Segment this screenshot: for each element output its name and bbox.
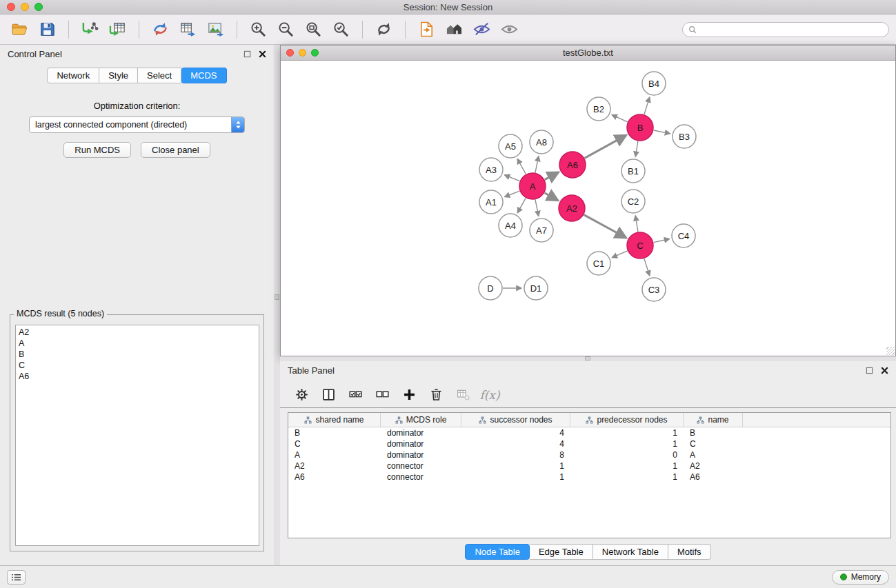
task-history-button[interactable] [7,570,26,585]
table-cell[interactable]: 4 [461,438,570,449]
edge-A-A6[interactable] [545,172,559,180]
float-panel-icon[interactable] [866,367,873,374]
close-network-window-button[interactable] [286,49,294,57]
open-session-button[interactable] [7,18,32,41]
node-B[interactable]: B [627,114,653,141]
search-field[interactable] [682,22,889,37]
table-row-b[interactable]: Bdominator41B [288,427,890,438]
save-session-button[interactable] [34,18,60,41]
edge-A2-C[interactable] [584,215,626,238]
float-panel-icon[interactable] [243,50,251,58]
node-A5[interactable]: A5 [499,134,522,158]
edge-A-A4[interactable] [517,198,526,212]
node-C1[interactable]: C1 [587,252,610,275]
table-cell[interactable]: C [684,438,743,449]
table-cell[interactable]: 1 [461,472,570,483]
table-settings-button[interactable] [291,385,312,405]
show-panels-button[interactable] [497,18,522,41]
add-column-button[interactable] [399,385,419,405]
table-cell[interactable]: A6 [288,472,381,483]
table-cell[interactable]: connector [381,472,461,483]
table-cell[interactable]: dominator [381,438,461,449]
mcds-result-item-a6[interactable]: A6 [19,371,256,382]
table-cell[interactable]: B [288,427,381,438]
export-network-button[interactable] [148,18,173,41]
table-cell[interactable]: 1 [570,438,684,449]
import-table-button[interactable] [105,18,130,41]
window-resize-grip[interactable] [886,347,895,355]
table-cell[interactable]: A2 [288,460,381,472]
node-B4[interactable]: B4 [642,72,666,95]
search-input[interactable] [700,25,883,34]
table-cell[interactable]: B [684,427,743,438]
edge-C-C2[interactable] [635,216,638,232]
tab-network[interactable]: Network [47,68,99,83]
network-document-button[interactable] [414,18,439,41]
edge-C-C3[interactable] [644,258,650,276]
export-table-button[interactable] [175,18,201,41]
network-graph[interactable]: B4B2BB3A8A5A6B1A3AC2A1A2A4A7C4CC1C3DD1 [281,61,895,356]
node-A3[interactable]: A3 [479,158,503,181]
column-header-shared-name[interactable]: shared name [288,413,381,427]
column-header-mcds-role[interactable]: MCDS role [381,413,461,427]
table-cell[interactable]: 1 [570,472,684,483]
splitter-handle[interactable] [275,294,279,300]
zoom-in-button[interactable] [246,18,271,41]
zoom-window-button[interactable] [34,3,43,11]
tab-edge-table[interactable]: Edge Table [530,544,593,560]
close-window-button[interactable] [7,3,15,11]
close-panel-icon[interactable] [881,367,888,374]
edge-C-C1[interactable] [612,251,627,258]
node-C[interactable]: C [627,232,653,258]
edge-A6-B[interactable] [585,135,626,158]
tab-node-table[interactable]: Node Table [465,544,530,560]
show-columns-button[interactable] [318,385,339,405]
network-overview-button[interactable] [441,18,467,41]
table-row-a[interactable]: Adominator80A [288,449,890,460]
node-B3[interactable]: B3 [673,125,696,148]
table-cell[interactable]: connector [381,460,461,472]
table-cell[interactable]: 1 [570,427,684,438]
zoom-fit-button[interactable] [301,18,326,41]
zoom-network-window-button[interactable] [311,49,319,57]
minimize-network-window-button[interactable] [299,49,306,57]
node-C2[interactable]: C2 [621,190,645,213]
mcds-result-item-a[interactable]: A [19,338,256,349]
memory-button[interactable]: Memory [832,570,889,585]
import-network-button[interactable] [77,18,103,41]
edge-A-A8[interactable] [535,156,539,173]
table-cell[interactable]: A2 [684,460,743,472]
close-panel-icon[interactable] [259,50,266,58]
edge-A-A5[interactable] [517,159,526,174]
table-cell[interactable]: 1 [461,460,570,472]
node-A[interactable]: A [519,173,546,199]
edge-B-B4[interactable] [644,97,650,114]
edge-C-C4[interactable] [654,239,670,243]
edge-B-B3[interactable] [654,130,670,134]
node-A4[interactable]: A4 [499,214,522,237]
tab-mcds[interactable]: MCDS [181,68,226,83]
table-row-a6[interactable]: A6connector11A6 [288,472,890,483]
table-cell[interactable]: 0 [570,449,684,460]
edge-A-A1[interactable] [505,191,520,196]
tab-style[interactable]: Style [99,68,138,83]
edge-A-A2[interactable] [544,193,558,201]
table-cell[interactable]: 4 [461,427,570,438]
function-builder-button[interactable]: f(x) [479,385,500,405]
table-cell[interactable]: A6 [684,472,743,483]
splitter-handle[interactable] [585,356,590,361]
table-cell[interactable]: C [288,438,381,449]
node-C4[interactable]: C4 [672,224,695,247]
tab-select[interactable]: Select [138,68,181,83]
column-header-predecessor-nodes[interactable]: predecessor nodes [570,413,684,427]
node-A1[interactable]: A1 [479,190,503,214]
refresh-button[interactable] [371,18,397,41]
node-B2[interactable]: B2 [587,97,610,121]
mcds-result-item-b[interactable]: B [19,349,256,360]
edge-A-A3[interactable] [504,175,519,181]
node-A7[interactable]: A7 [530,219,553,242]
select-all-button[interactable] [345,385,366,405]
edge-A-A7[interactable] [535,200,539,216]
minimize-window-button[interactable] [21,3,29,11]
network-canvas[interactable]: B4B2BB3A8A5A6B1A3AC2A1A2A4A7C4CC1C3DD1 [281,61,895,356]
